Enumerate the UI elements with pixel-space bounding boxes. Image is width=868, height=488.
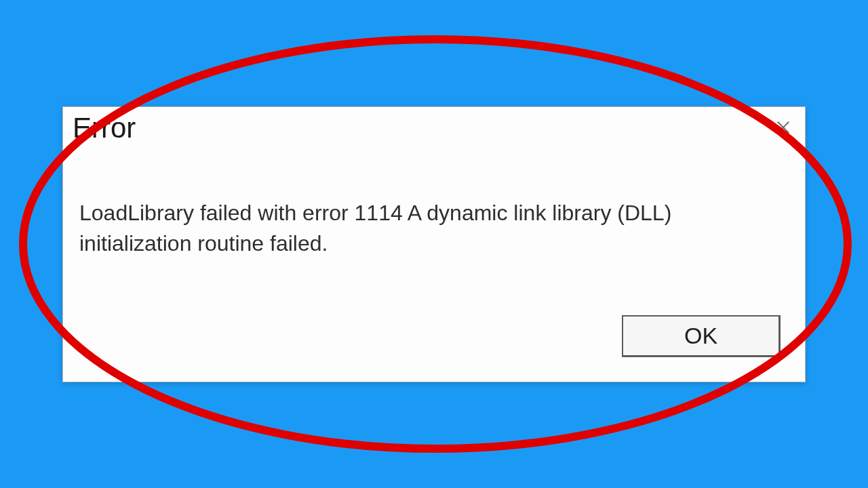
ok-button[interactable]: OK bbox=[622, 315, 781, 357]
close-button[interactable] bbox=[770, 115, 797, 142]
dialog-message: LoadLibrary failed with error 1114 A dyn… bbox=[63, 150, 805, 260]
dialog-button-row: OK bbox=[622, 315, 781, 357]
dialog-titlebar: Error bbox=[63, 107, 805, 150]
error-dialog: Error LoadLibrary failed with error 1114… bbox=[62, 106, 806, 382]
close-icon bbox=[776, 120, 791, 138]
dialog-title: Error bbox=[73, 113, 136, 144]
